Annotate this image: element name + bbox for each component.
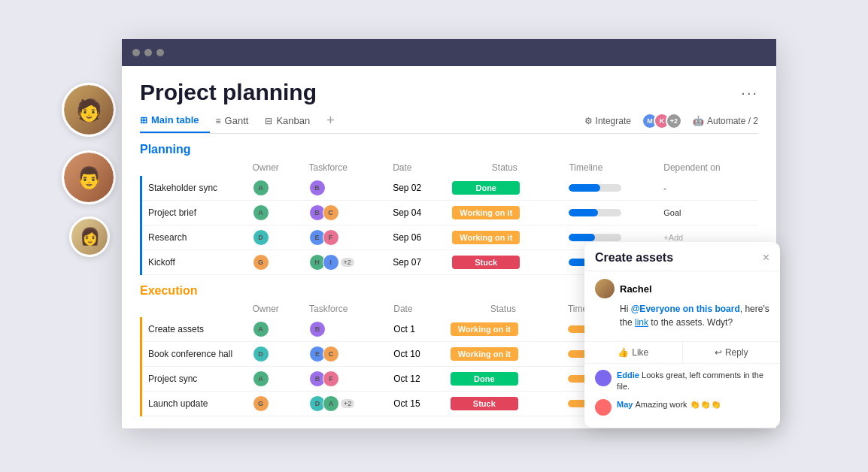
popup-title: Create assets xyxy=(595,251,673,265)
timeline-bar-wrap xyxy=(569,234,621,241)
like-button[interactable]: 👍 Like xyxy=(584,342,683,363)
taskforce-more-badge: +2 xyxy=(341,399,354,408)
owner-cell: G xyxy=(253,395,298,412)
automate-icon: 🤖 xyxy=(693,116,704,126)
status-badge: Done xyxy=(452,181,520,195)
browser-dot-3 xyxy=(156,49,164,56)
reply-author-eddie: Eddie xyxy=(617,371,642,380)
reply-text-eddie: Eddie Looks great, left comments in the … xyxy=(617,370,769,393)
taskforce-cell: HI+2 xyxy=(309,254,381,271)
owner-av: G xyxy=(253,254,269,271)
taskforce-more-badge: +2 xyxy=(341,258,354,267)
taskforce-cell: EF xyxy=(309,229,381,246)
task-research: Research xyxy=(141,225,247,250)
table-row: Project brief A BC Sep 04 Working on it … xyxy=(141,201,759,225)
status-cell: Working on it xyxy=(446,201,563,225)
date-cell: Oct 15 xyxy=(387,392,445,416)
reply-button[interactable]: ↩ Reply xyxy=(683,342,781,363)
reply-list: Eddie Looks great, left comments in the … xyxy=(584,364,780,428)
collaborators-avatars: M K +2 xyxy=(642,113,682,129)
comment-mention[interactable]: @Everyone on this board xyxy=(631,304,740,314)
comment-author-name: Rachel xyxy=(620,283,652,295)
col-date-plan: Date xyxy=(387,159,446,176)
status-badge: Working on it xyxy=(452,206,520,219)
tf-av2: F xyxy=(323,229,339,246)
owner-av: D xyxy=(253,346,269,362)
comment-block: Rachel Hi @Everyone on this board, here'… xyxy=(584,271,780,341)
popup-header: Create assets × xyxy=(584,242,780,271)
owner-cell: D xyxy=(253,229,297,246)
like-icon: 👍 xyxy=(618,347,629,358)
tab-gantt[interactable]: ≡ Gantt xyxy=(216,109,259,132)
tab-kanban[interactable]: ⊟ Kanban xyxy=(265,109,320,132)
tabs-row: ⊞ Main table ≡ Gantt ⊟ Kanban + ⚙ Integr… xyxy=(140,108,758,134)
timeline-bar-wrap xyxy=(569,184,621,192)
col-taskforce-plan: Taskforce xyxy=(303,159,387,176)
timeline-bar xyxy=(569,184,600,192)
reply-avatar-may xyxy=(595,399,612,416)
owner-av: A xyxy=(253,204,269,221)
status-badge: Stuck xyxy=(451,397,518,410)
task-create-assets: Create assets xyxy=(141,317,247,342)
owner-cell: D xyxy=(253,346,298,362)
comment-author-avatar xyxy=(595,279,615,298)
timeline-bar xyxy=(569,234,595,241)
date-cell: Oct 1 xyxy=(387,317,445,342)
tf-av2: C xyxy=(323,346,339,362)
add-tab-button[interactable]: + xyxy=(326,113,335,129)
avatar-user-2: 👨 xyxy=(62,150,116,204)
comment-text-before: Hi xyxy=(620,304,631,314)
dep-cell: Goal xyxy=(657,201,758,225)
comment-actions: 👍 Like ↩ Reply xyxy=(584,341,780,364)
taskforce-cell: EC xyxy=(309,346,381,362)
col-status-plan: Status xyxy=(446,159,563,176)
more-options-button[interactable]: ··· xyxy=(741,84,758,101)
close-button[interactable]: × xyxy=(763,251,769,265)
task-project-sync: Project sync xyxy=(141,367,247,392)
create-assets-popup: Create assets × Rachel Hi @Everyone on t… xyxy=(584,242,780,428)
taskforce-cell: BF xyxy=(309,371,381,387)
status-cell: Stuck xyxy=(445,392,562,416)
tf-av1: B xyxy=(309,321,326,337)
reply-text-may: May Amazing work 👏👏👏 xyxy=(617,399,721,410)
owner-av: A xyxy=(253,180,269,196)
owner-cell: A xyxy=(253,204,297,221)
list-item: May Amazing work 👏👏👏 xyxy=(595,399,769,416)
timeline-bar xyxy=(569,209,598,216)
gantt-icon: ≡ xyxy=(216,116,221,126)
owner-av: A xyxy=(253,321,269,337)
col-timeline-plan: Timeline xyxy=(563,159,657,176)
integrate-button[interactable]: ⚙ Integrate xyxy=(584,116,631,126)
owner-cell: A xyxy=(253,321,298,337)
reply-author-may: May xyxy=(617,400,635,409)
status-badge: Stuck xyxy=(452,256,520,269)
dep-cell: - xyxy=(657,176,758,201)
owner-cell: A xyxy=(253,180,297,196)
automate-button[interactable]: 🤖 Automate / 2 xyxy=(693,116,758,126)
col-date-ex: Date xyxy=(387,301,445,317)
tf-av2: F xyxy=(323,371,339,387)
date-cell: Oct 12 xyxy=(387,367,445,392)
tf-av2: C xyxy=(323,204,339,221)
owner-av: D xyxy=(253,229,269,246)
date-cell: Sep 04 xyxy=(387,201,446,225)
status-badge: Working on it xyxy=(451,347,518,361)
avatar-user-1: 🧑 xyxy=(62,83,116,137)
status-cell: Done xyxy=(445,367,562,392)
col-owner-plan: Owner xyxy=(247,159,303,176)
planning-title: Planning xyxy=(140,134,758,159)
comment-author-row: Rachel xyxy=(595,279,769,298)
comment-link[interactable]: link xyxy=(635,317,648,328)
tab-main-table[interactable]: ⊞ Main table xyxy=(140,108,210,133)
page-title: Project planning xyxy=(140,80,317,105)
tf-av1: B xyxy=(309,180,326,196)
status-cell: Working on it xyxy=(445,317,562,342)
status-badge: Working on it xyxy=(452,231,520,244)
browser-dot-1 xyxy=(132,49,140,56)
status-badge: Done xyxy=(451,372,518,386)
owner-cell: G xyxy=(253,254,297,271)
status-cell: Stuck xyxy=(446,250,563,275)
reply-icon: ↩ xyxy=(715,347,722,358)
status-badge: Working on it xyxy=(451,322,518,336)
browser-dot-2 xyxy=(144,49,152,56)
